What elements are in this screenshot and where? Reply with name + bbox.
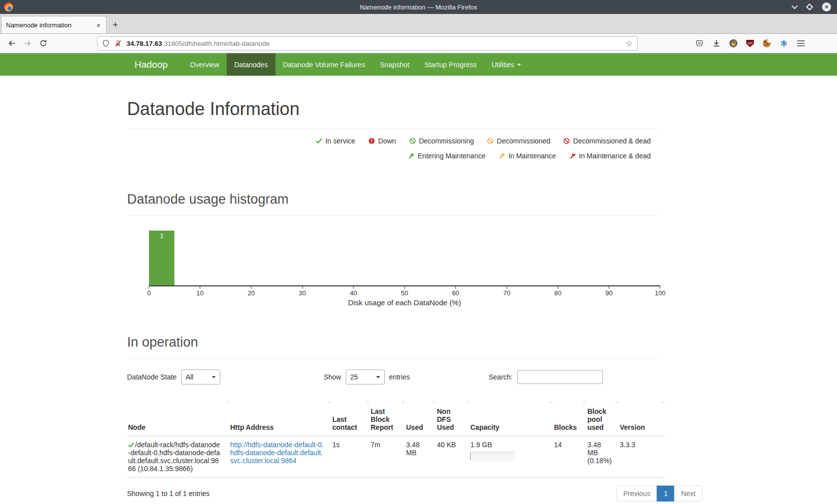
axis-tick: 100	[655, 286, 666, 297]
column-header-label: Http Address	[230, 423, 274, 431]
window-minimize-icon[interactable]	[792, 3, 798, 9]
nav-item-label: Datanodes	[234, 61, 268, 69]
capacity-cell: 1.9 GB	[469, 436, 553, 478]
bookmark-star-icon[interactable]: ☆	[626, 39, 633, 48]
chevron-down-icon	[517, 64, 521, 66]
navigation-toolbar: 34.78.17.63:31805/dfshealth.html#tab-dat…	[0, 34, 837, 53]
extension-containers-icon[interactable]	[780, 39, 788, 47]
pocket-icon[interactable]	[696, 39, 703, 47]
legend-label: Decommissioned & dead	[573, 134, 651, 148]
page-title: Datanode Information	[127, 99, 702, 120]
sort-icon[interactable]: ↑↓	[225, 398, 228, 406]
sort-icon[interactable]: ↑↓	[366, 398, 369, 406]
capacity-value: 1.9 GB	[470, 441, 492, 449]
nav-item-datanodes[interactable]: Datanodes	[227, 53, 276, 76]
nav-item-startup-progress[interactable]: Startup Progress	[417, 53, 484, 76]
http-address-link[interactable]: http://hdfs-datanode-default-0.hdfs-data…	[230, 441, 324, 465]
datanode-state-select[interactable]: All	[181, 370, 220, 384]
pagination-page-1[interactable]: 1	[657, 486, 675, 502]
axis-tick: 10	[196, 286, 203, 297]
column-header-last-block-report[interactable]: Last Block Report↑↓	[370, 394, 405, 436]
column-header-version[interactable]: Version↑↓	[619, 394, 665, 436]
nav-item-overview[interactable]: Overview	[183, 53, 227, 76]
nav-item-label: Snapshot	[380, 61, 410, 69]
nav-item-label: Utilities	[492, 61, 514, 69]
divider	[127, 215, 658, 216]
browser-tab[interactable]: Namenode information ×	[1, 16, 107, 33]
chevron-down-icon	[212, 376, 216, 378]
column-header-label: Blocks	[554, 423, 577, 431]
sort-icon[interactable]: ↑↓	[661, 398, 664, 406]
last-block-report-cell: 7m	[370, 436, 405, 478]
navbar-brand[interactable]: Hadoop	[127, 53, 183, 76]
download-icon[interactable]	[712, 39, 720, 47]
extension-cookie-icon[interactable]	[763, 39, 771, 47]
legend-row: In service Down Decommissioning Decommis…	[127, 134, 651, 149]
new-tab-button[interactable]: +	[107, 19, 124, 33]
legend-row: Entering Maintenance In Maintenance In M…	[127, 149, 651, 164]
url-bar[interactable]: 34.78.17.63:31805/dfshealth.html#tab-dat…	[97, 36, 638, 50]
column-header-used[interactable]: Used↑↓	[405, 394, 436, 436]
menu-hamburger-icon[interactable]	[797, 40, 805, 47]
extension-privacy-icon[interactable]	[729, 39, 737, 47]
tab-strip: Namenode information × +	[0, 14, 837, 34]
reload-button[interactable]	[39, 39, 47, 47]
legend-item-in-service: In service	[315, 134, 355, 148]
column-header-http-address[interactable]: Http Address↑↓	[229, 394, 331, 436]
column-header-blocks[interactable]: Blocks↑↓	[553, 394, 586, 436]
sort-icon[interactable]: ↑↓	[615, 398, 618, 406]
column-header-non-dfs-used[interactable]: Non DFS Used↑↓	[436, 394, 469, 436]
search-input[interactable]	[517, 370, 603, 384]
ban-icon	[409, 137, 416, 144]
sort-icon[interactable]: ↑↓	[327, 398, 330, 406]
column-header-label: Non DFS Used	[437, 407, 454, 431]
column-header-capacity[interactable]: Capacity↑↓	[469, 394, 553, 436]
check-icon	[315, 137, 322, 144]
used-cell: 3.48 MB	[405, 436, 436, 478]
chevron-down-icon	[376, 376, 380, 378]
histogram-heading: Datanode usage histogram	[127, 192, 702, 207]
window-maximize-icon[interactable]	[806, 3, 813, 10]
ban-icon	[487, 137, 494, 144]
show-entries-select[interactable]: 25	[346, 370, 385, 384]
wrench-icon	[498, 152, 505, 159]
version-cell: 3.3.3	[619, 436, 665, 478]
insecure-lock-icon[interactable]	[114, 39, 122, 47]
nav-item-snapshot[interactable]: Snapshot	[373, 53, 417, 76]
sort-icon[interactable]: ↑↓	[465, 398, 468, 406]
column-header-node[interactable]: Node↑↓	[127, 394, 229, 436]
back-button[interactable]	[7, 39, 16, 47]
http-address-cell: http://hdfs-datanode-default-0.hdfs-data…	[229, 436, 331, 478]
pagination-next[interactable]: Next	[674, 486, 702, 502]
sort-icon[interactable]: ↑↓	[401, 398, 404, 406]
ban-icon	[563, 137, 570, 144]
wrench-icon	[408, 152, 415, 159]
sort-icon[interactable]: ↑↓	[432, 398, 435, 406]
legend-item-down: Down	[368, 134, 396, 148]
column-header-block-pool-used[interactable]: Block pool used↑↓	[586, 394, 619, 436]
pagination-previous[interactable]: Previous	[616, 486, 657, 502]
tracking-shield-icon[interactable]	[102, 39, 110, 47]
histogram-x-label: Disk usage of each DataNode (%)	[149, 298, 660, 307]
datanode-state-value: All	[186, 373, 194, 381]
sort-icon[interactable]: ↑↓	[549, 398, 552, 406]
sort-icon[interactable]: ↑↓	[582, 398, 585, 406]
tab-close-icon[interactable]: ×	[95, 21, 102, 29]
nav-item-datanode-volume-failures[interactable]: Datanode Volume Failures	[276, 53, 373, 76]
nav-item-utilities[interactable]: Utilities	[484, 53, 529, 76]
in-operation-heading: In operation	[127, 335, 702, 350]
histogram-bar: 1	[149, 231, 174, 285]
table-controls: DataNode State All Show 25 entries Searc…	[127, 370, 603, 384]
forward-button[interactable]	[23, 39, 32, 47]
table-header-row: Node↑↓ Http Address↑↓ Last contact↑↓ Las…	[127, 394, 665, 436]
column-header-label: Capacity	[470, 423, 499, 431]
legend-label: Decommissioned	[497, 134, 550, 148]
nav-item-label: Datanode Volume Failures	[283, 61, 365, 69]
extension-ublock-icon[interactable]: uO	[746, 40, 754, 47]
window-close-icon[interactable]: ×	[822, 2, 831, 11]
hadoop-navbar: Hadoop Overview Datanodes Datanode Volum…	[0, 53, 837, 76]
column-header-last-contact[interactable]: Last contact↑↓	[331, 394, 370, 436]
showing-entries-text: Showing 1 to 1 of 1 entries	[127, 490, 210, 498]
column-header-label: Node	[128, 423, 145, 431]
circle-exclamation-icon	[368, 137, 375, 144]
